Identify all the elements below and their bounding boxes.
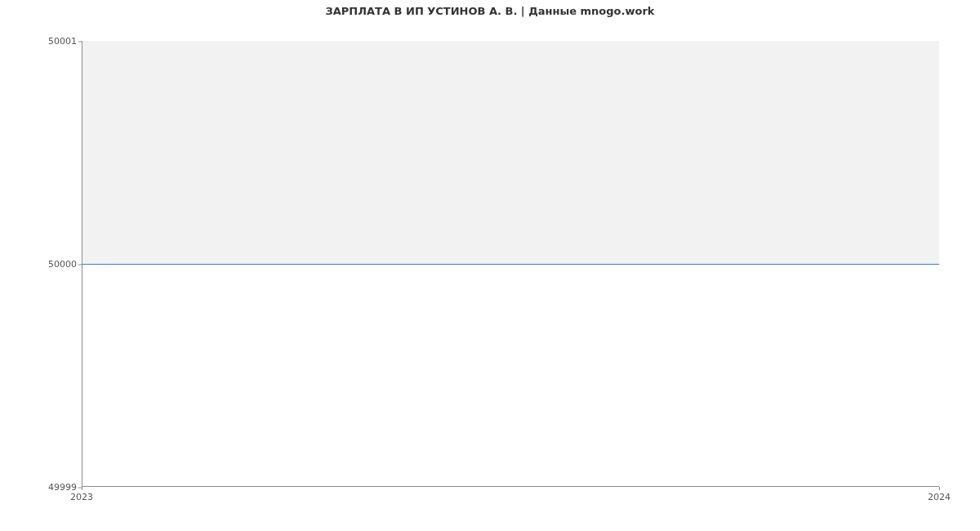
- series-line-salary: [82, 264, 939, 265]
- x-tick-mark: [939, 487, 940, 490]
- chart-title: ЗАРПЛАТА В ИП УСТИНОВ А. В. | Данные mno…: [0, 5, 980, 17]
- y-tick-text: 50001: [48, 36, 77, 47]
- x-tick-text: 2023: [70, 492, 93, 502]
- filled-band: [82, 41, 939, 265]
- axis-spine-left: [82, 41, 82, 487]
- y-tick-text: 49999: [48, 482, 77, 493]
- axis-spine-bottom: [82, 486, 939, 487]
- y-tick-label: 50001: [48, 36, 77, 47]
- y-tick-text: 50000: [48, 259, 77, 270]
- y-tick-label: 50000: [48, 259, 77, 270]
- plot-area: [82, 41, 939, 487]
- x-tick-text: 2024: [928, 492, 951, 502]
- x-tick-label: 2024: [928, 492, 951, 502]
- salary-chart: ЗАРПЛАТА В ИП УСТИНОВ А. В. | Данные mno…: [0, 0, 980, 531]
- x-tick-label: 2023: [70, 492, 93, 502]
- x-tick-mark: [82, 487, 82, 490]
- y-tick-label: 49999: [48, 482, 77, 493]
